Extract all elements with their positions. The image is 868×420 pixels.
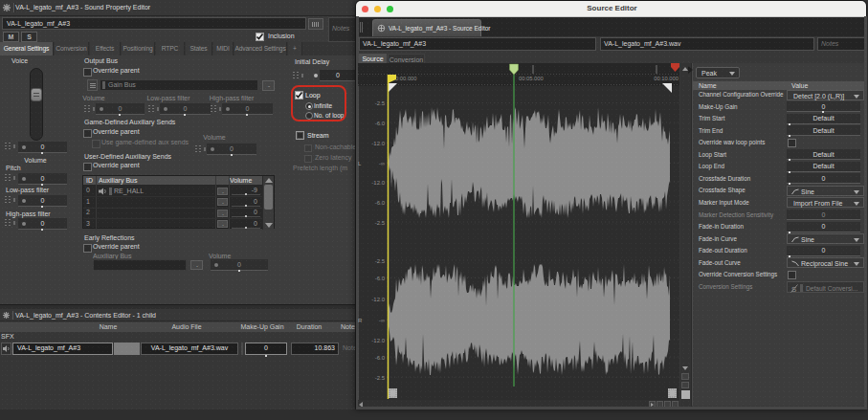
svg-text:R: R xyxy=(358,318,363,323)
svg-text:-2.5: -2.5 xyxy=(375,220,386,226)
svg-text:-6.0: -6.0 xyxy=(375,276,386,281)
svg-text:-2.5: -2.5 xyxy=(375,258,386,264)
svg-text:-12.0: -12.0 xyxy=(371,338,385,343)
svg-text:00:05.000: 00:05.000 xyxy=(519,76,544,81)
svg-text:-12.0: -12.0 xyxy=(371,141,385,146)
svg-text:-6.0: -6.0 xyxy=(375,200,386,206)
svg-text:-6.0: -6.0 xyxy=(375,121,386,126)
svg-text:-12.0: -12.0 xyxy=(371,297,385,302)
svg-text:-6.0: -6.0 xyxy=(375,355,386,361)
svg-text:-∞: -∞ xyxy=(379,161,385,166)
svg-text:0:00.000: 0:00.000 xyxy=(395,76,417,81)
svg-text:-2.5: -2.5 xyxy=(375,375,386,381)
svg-text:00:10.000: 00:10.000 xyxy=(654,76,679,81)
svg-text:-2.5: -2.5 xyxy=(375,100,386,106)
svg-text:L: L xyxy=(358,161,362,166)
svg-text:-12.0: -12.0 xyxy=(371,180,385,186)
svg-text:-∞: -∞ xyxy=(379,318,385,323)
